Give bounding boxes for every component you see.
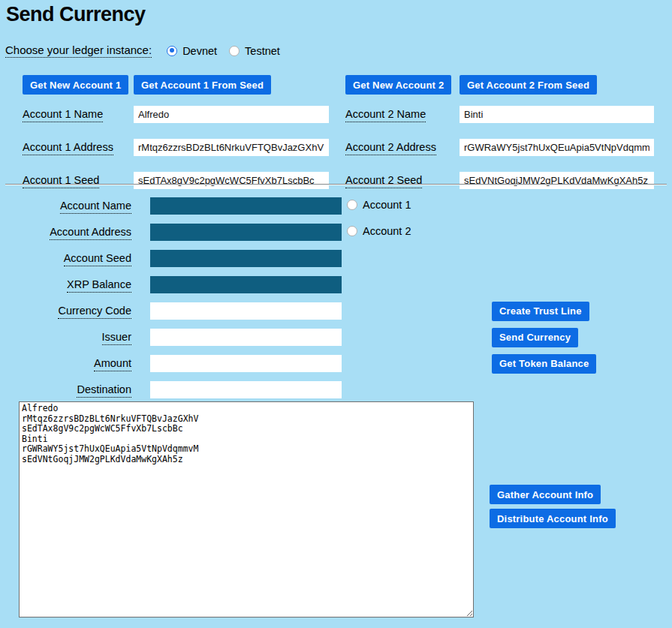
destination-label: Destination bbox=[77, 383, 131, 398]
account-name-label: Account Name bbox=[60, 200, 131, 214]
amount-label: Amount bbox=[94, 357, 131, 371]
account1-name-label: Account 1 Name bbox=[23, 108, 103, 122]
issuer-field[interactable] bbox=[150, 329, 342, 346]
account2-seed-input[interactable] bbox=[460, 172, 654, 189]
testnet-radio-label: Testnet bbox=[245, 45, 280, 57]
send-currency-page: Send Currency Choose your ledger instanc… bbox=[0, 0, 672, 628]
devnet-option[interactable]: Devnet bbox=[167, 45, 217, 57]
distribute-account-info-button[interactable]: Distribute Account Info bbox=[490, 509, 616, 528]
account-address-field[interactable] bbox=[150, 224, 342, 241]
get-account2-from-seed-button[interactable]: Get Account 2 From Seed bbox=[460, 75, 597, 95]
account-name-field[interactable] bbox=[150, 197, 342, 215]
ledger-instance-label: Choose your ledger instance: bbox=[5, 44, 152, 58]
account1-select-radio[interactable] bbox=[347, 200, 357, 210]
account2-select-label: Account 2 bbox=[363, 225, 411, 237]
section-divider bbox=[5, 184, 667, 185]
account1-seed-input[interactable] bbox=[134, 172, 329, 189]
amount-field[interactable] bbox=[150, 355, 342, 372]
account-info-textarea[interactable]: Alfredo rMtqz6zzrsBDzBLt6NrkuVFTQBvJazGX… bbox=[19, 401, 474, 617]
account2-address-label: Account 2 Address bbox=[345, 141, 436, 155]
ledger-instance-chooser: Choose your ledger instance: Devnet Test… bbox=[5, 44, 292, 58]
devnet-radio-label: Devnet bbox=[182, 45, 217, 57]
account1-seed-label: Account 1 Seed bbox=[23, 174, 99, 188]
account2-name-input[interactable] bbox=[460, 106, 654, 123]
account1-select-option[interactable]: Account 1 bbox=[347, 199, 411, 211]
xrp-balance-field[interactable] bbox=[150, 276, 342, 293]
account1-select-label: Account 1 bbox=[363, 199, 411, 211]
get-account1-from-seed-button[interactable]: Get Account 1 From Seed bbox=[134, 75, 271, 95]
get-token-balance-button[interactable]: Get Token Balance bbox=[492, 354, 596, 374]
send-currency-form: Account Name Account 1 Account Address A… bbox=[0, 193, 596, 403]
create-trust-line-button[interactable]: Create Trust Line bbox=[492, 302, 589, 321]
account1-address-label: Account 1 Address bbox=[23, 141, 113, 155]
account-setup-section: Get New Account 1 Get Account 1 From See… bbox=[23, 75, 654, 194]
issuer-label: Issuer bbox=[102, 331, 132, 345]
account-seed-field[interactable] bbox=[150, 250, 342, 267]
account-seed-label: Account Seed bbox=[64, 252, 131, 266]
account2-name-label: Account 2 Name bbox=[345, 108, 426, 122]
send-currency-button[interactable]: Send Currency bbox=[492, 328, 578, 347]
destination-field[interactable] bbox=[150, 381, 342, 398]
currency-code-label: Currency Code bbox=[58, 305, 131, 319]
account2-seed-label: Account 2 Seed bbox=[345, 174, 422, 188]
xrp-balance-label: XRP Balance bbox=[67, 278, 131, 293]
account-address-label: Account Address bbox=[50, 226, 131, 240]
currency-code-field[interactable] bbox=[150, 302, 342, 320]
testnet-option[interactable]: Testnet bbox=[229, 45, 280, 57]
testnet-radio[interactable] bbox=[229, 46, 240, 56]
account1-address-input[interactable] bbox=[134, 139, 329, 156]
account2-select-radio[interactable] bbox=[347, 226, 357, 236]
devnet-radio[interactable] bbox=[167, 46, 177, 56]
page-title: Send Currency bbox=[6, 3, 146, 26]
get-new-account1-button[interactable]: Get New Account 1 bbox=[23, 75, 128, 95]
account2-address-input[interactable] bbox=[460, 139, 654, 156]
get-new-account2-button[interactable]: Get New Account 2 bbox=[345, 75, 451, 95]
gather-account-info-button[interactable]: Gather Account Info bbox=[490, 485, 601, 504]
account2-select-option[interactable]: Account 2 bbox=[347, 225, 411, 237]
account1-name-input[interactable] bbox=[134, 106, 329, 123]
